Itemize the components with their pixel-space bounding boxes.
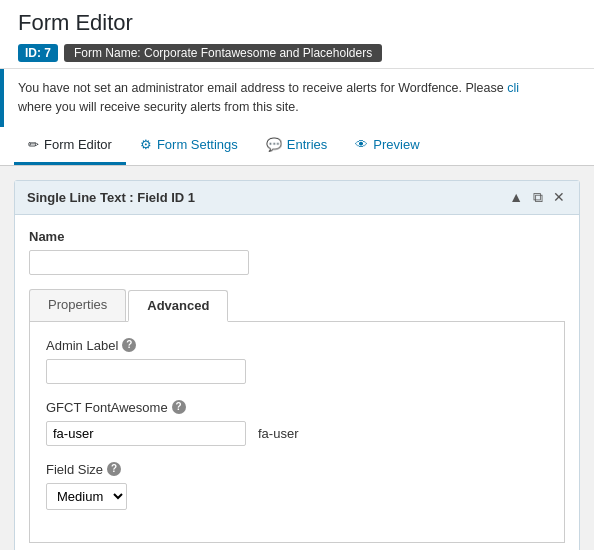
field-size-row: Small Medium Large [46,483,548,510]
admin-label-input[interactable] [46,359,246,384]
page-title: Form Editor [18,10,576,36]
field-card-header: Single Line Text : Field ID 1 ▲ ⧉ ✕ [15,181,579,215]
badge-row: ID: 7 Form Name: Corporate Fontawesome a… [18,44,576,62]
field-card-body: Name Properties Advanced Admin Label ? [15,215,579,551]
advanced-panel: Admin Label ? GFCT FontAwesome ? fa-user… [29,322,565,543]
name-input[interactable] [29,250,249,275]
fontawesome-input[interactable]: fa-user [46,421,246,446]
tab-entries-label: Entries [287,137,327,152]
field-card-header-icons: ▲ ⧉ ✕ [507,189,567,206]
tab-advanced-label: Advanced [147,298,209,313]
inner-tabs: Properties Advanced [29,289,565,322]
fontawesome-preview: fa-user [258,426,298,441]
alert-suffix: where you will receive security alerts f… [18,100,299,114]
form-editor-icon: ✏ [28,137,39,152]
tab-form-editor[interactable]: ✏ Form Editor [14,127,126,165]
fontawesome-row: fa-user fa-user [46,421,548,446]
field-card-title: Single Line Text : Field ID 1 [27,190,195,205]
name-label: Name [29,229,565,244]
form-settings-icon: ⚙ [140,137,152,152]
admin-label-label: Admin Label ? [46,338,548,353]
field-size-select[interactable]: Small Medium Large [46,483,127,510]
page-header: Form Editor ID: 7 Form Name: Corporate F… [0,0,594,69]
gfct-fontawesome-group: GFCT FontAwesome ? fa-user fa-user [46,400,548,446]
nav-tabs: ✏ Form Editor ⚙ Form Settings 💬 Entries … [0,127,594,166]
admin-label-group: Admin Label ? [46,338,548,384]
tab-advanced[interactable]: Advanced [128,290,228,322]
tab-properties[interactable]: Properties [29,289,126,321]
admin-label-help-icon[interactable]: ? [122,338,136,352]
gfct-fontawesome-label: GFCT FontAwesome ? [46,400,548,415]
field-card: Single Line Text : Field ID 1 ▲ ⧉ ✕ Name… [14,180,580,551]
tab-form-settings-label: Form Settings [157,137,238,152]
alert-text: You have not set an administrator email … [18,81,507,95]
tab-form-editor-label: Form Editor [44,137,112,152]
copy-button[interactable]: ⧉ [531,189,545,206]
close-button[interactable]: ✕ [551,189,567,205]
tab-form-settings[interactable]: ⚙ Form Settings [126,127,252,165]
tab-properties-label: Properties [48,297,107,312]
gfct-fontawesome-help-icon[interactable]: ? [172,400,186,414]
tab-preview-label: Preview [373,137,419,152]
collapse-button[interactable]: ▲ [507,189,525,205]
field-size-group: Field Size ? Small Medium Large [46,462,548,510]
alert-link[interactable]: cli [507,81,519,95]
badge-id: ID: 7 [18,44,58,62]
field-size-label: Field Size ? [46,462,548,477]
tab-preview[interactable]: 👁 Preview [341,127,433,165]
badge-form-name: Form Name: Corporate Fontawesome and Pla… [64,44,382,62]
preview-icon: 👁 [355,137,368,152]
alert-bar: You have not set an administrator email … [0,69,594,127]
tab-entries[interactable]: 💬 Entries [252,127,341,165]
entries-icon: 💬 [266,137,282,152]
field-size-help-icon[interactable]: ? [107,462,121,476]
